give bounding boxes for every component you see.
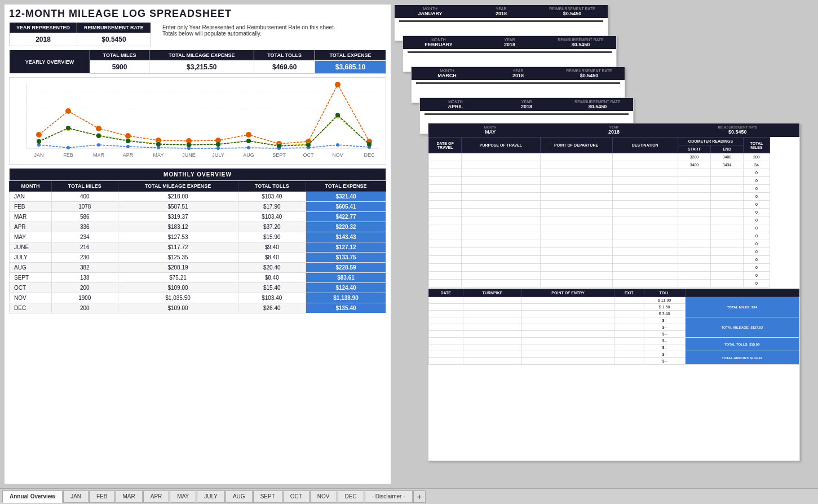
svg-point-19 bbox=[96, 126, 101, 131]
svg-text:MAR: MAR bbox=[93, 152, 105, 158]
travel-row: 0 bbox=[429, 240, 799, 248]
toll-row: $ 11.00TOTAL MILES: 234 bbox=[429, 297, 799, 304]
summary-header bbox=[685, 289, 799, 297]
tab-may[interactable]: MAY bbox=[170, 490, 196, 503]
travel-row: 32003400200 bbox=[429, 153, 799, 161]
svg-point-42 bbox=[67, 146, 70, 149]
tab-mar[interactable]: MAR bbox=[116, 490, 143, 503]
svg-point-64 bbox=[367, 142, 372, 147]
svg-text:DEC: DEC bbox=[364, 152, 375, 158]
svg-point-62 bbox=[306, 143, 311, 147]
tab-feb[interactable]: FEB bbox=[89, 490, 114, 503]
tab-jan[interactable]: JAN bbox=[63, 490, 89, 503]
total-miles-col-header: TOTAL MILES bbox=[52, 181, 118, 192]
svg-point-56 bbox=[126, 139, 130, 143]
total-miles-col: TOTAL MILES bbox=[744, 138, 770, 153]
monthly-overview-title: MONTHLY OVERVIEW bbox=[10, 169, 386, 181]
tab-apr[interactable]: APR bbox=[143, 490, 170, 503]
may-sheet: MONTHMAY YEAR2018 REIMBURSEMENT RATE$0.5… bbox=[428, 123, 800, 461]
tab-dec[interactable]: DEC bbox=[338, 490, 364, 503]
tab-nov[interactable]: NOV bbox=[310, 490, 337, 503]
table-row: NOV1900$1,035.50$103.40$1,138.90 bbox=[10, 293, 386, 303]
total-expense-header: TOTAL EXPENSE bbox=[315, 50, 386, 61]
svg-text:OCT: OCT bbox=[303, 152, 315, 158]
travel-row: 0 bbox=[429, 216, 799, 224]
svg-point-48 bbox=[247, 146, 250, 149]
travel-row: 0 bbox=[429, 185, 799, 193]
destination-header: DESTINATION bbox=[612, 138, 678, 153]
year-represented-header: YEAR REPRESENTED bbox=[10, 23, 77, 33]
svg-point-61 bbox=[277, 144, 281, 148]
tab-disclaimer[interactable]: - Disclaimer - bbox=[365, 490, 413, 503]
tab-july[interactable]: JULY bbox=[197, 490, 225, 503]
svg-point-58 bbox=[187, 143, 191, 147]
tab-aug[interactable]: AUG bbox=[225, 490, 253, 503]
toll-amount-header: TOLL bbox=[644, 289, 685, 297]
add-sheet-button[interactable]: + bbox=[413, 490, 426, 503]
total-expense-col-header: TOTAL EXPENSE bbox=[306, 181, 386, 192]
svg-text:SEPT: SEPT bbox=[272, 152, 286, 158]
travel-row: 0 bbox=[429, 272, 799, 280]
svg-text:NOV: NOV bbox=[332, 152, 343, 158]
table-row: SEPT138$75.21$8.40$83.61 bbox=[10, 273, 386, 283]
exit-header: EXIT bbox=[614, 289, 644, 297]
svg-point-54 bbox=[66, 126, 70, 130]
instruction-2: Totals below will populate automatically… bbox=[162, 30, 335, 37]
travel-row: 0 bbox=[429, 201, 799, 209]
point-of-departure-header: POINT OF DEPARTURE bbox=[540, 138, 612, 153]
tab-oct[interactable]: OCT bbox=[283, 490, 309, 503]
svg-point-59 bbox=[216, 142, 220, 147]
table-row: DEC200$109.00$26.40$135.40 bbox=[10, 303, 386, 313]
instruction-1: Enter only Year Represented and Reimburs… bbox=[162, 24, 335, 30]
travel-row: 0 bbox=[429, 232, 799, 240]
travel-row: 0 bbox=[429, 224, 799, 232]
svg-text:FEB: FEB bbox=[63, 152, 73, 158]
travel-row: 0 bbox=[429, 264, 799, 272]
total-tolls-col-header: TOTAL TOLLS bbox=[238, 181, 306, 192]
year-value[interactable]: 2018 bbox=[10, 33, 77, 46]
svg-text:APR: APR bbox=[123, 152, 134, 158]
toll-row: $ -TOTAL TOLLS: $15.90 bbox=[429, 338, 799, 344]
svg-point-27 bbox=[335, 82, 341, 87]
end-header: END bbox=[711, 145, 744, 153]
svg-point-63 bbox=[335, 113, 340, 117]
chart-area: JAN FEB MAR APR MAY JUNE JULY AUG SEPT O… bbox=[9, 77, 386, 165]
svg-text:JULY: JULY bbox=[212, 152, 224, 158]
table-row: APR336$183.12$37.20$220.32 bbox=[10, 222, 386, 232]
yearly-total-expense: $3,685.10 bbox=[315, 61, 386, 74]
svg-point-51 bbox=[336, 143, 339, 147]
table-row: JULY230$125.35$8.40$133.75 bbox=[10, 253, 386, 263]
travel-row: 0 bbox=[429, 256, 799, 264]
start-header: START bbox=[678, 145, 710, 153]
svg-point-57 bbox=[156, 142, 161, 147]
svg-text:JAN: JAN bbox=[34, 152, 43, 158]
tab-bar: Annual Overview JAN FEB MAR APR MAY JULY… bbox=[0, 488, 818, 504]
svg-point-55 bbox=[96, 134, 101, 138]
svg-point-18 bbox=[65, 108, 71, 114]
reimbursement-rate-header: REIMBURSEMENT RATE bbox=[77, 23, 151, 33]
table-row: MAY234$127.53$15.90$143.43 bbox=[10, 232, 386, 242]
table-row: MAR586$319.37$103.40$422.77 bbox=[10, 212, 386, 222]
table-row: JAN400$218.00$103.40$321.40 bbox=[10, 192, 386, 202]
tab-sept[interactable]: SEPT bbox=[253, 490, 282, 503]
svg-point-47 bbox=[216, 147, 220, 150]
svg-point-43 bbox=[97, 143, 100, 147]
table-row: JUNE216$117.72$9.40$127.12 bbox=[10, 242, 386, 253]
total-miles-header: TOTAL MILES bbox=[90, 50, 149, 61]
tab-annual-overview[interactable]: Annual Overview bbox=[2, 490, 63, 503]
page-title: 12-MONTH MILEAGE LOG SPREADSHEET bbox=[5, 5, 391, 22]
total-mileage-col-header: TOTAL MILEAGE EXPENSE bbox=[118, 181, 238, 192]
rate-value[interactable]: $0.5450 bbox=[77, 33, 151, 46]
date-of-travel-header: DATE OF TRAVEL bbox=[429, 138, 462, 153]
table-row: OCT200$109.00$15.40$124.40 bbox=[10, 283, 386, 293]
svg-text:MAY: MAY bbox=[153, 152, 164, 158]
yearly-total-tolls: $469.60 bbox=[254, 61, 315, 74]
svg-point-24 bbox=[246, 132, 251, 138]
turnpike-header: TURNPIKE bbox=[463, 289, 522, 297]
table-row: AUG382$208.19$20.40$228.59 bbox=[10, 263, 386, 273]
date-toll-header: DATE bbox=[429, 289, 463, 297]
travel-row: 0 bbox=[429, 169, 799, 177]
travel-row: 0 bbox=[429, 248, 799, 256]
total-mileage-expense-header: TOTAL MILEAGE EXPENSE bbox=[149, 50, 254, 61]
svg-point-53 bbox=[37, 139, 41, 144]
